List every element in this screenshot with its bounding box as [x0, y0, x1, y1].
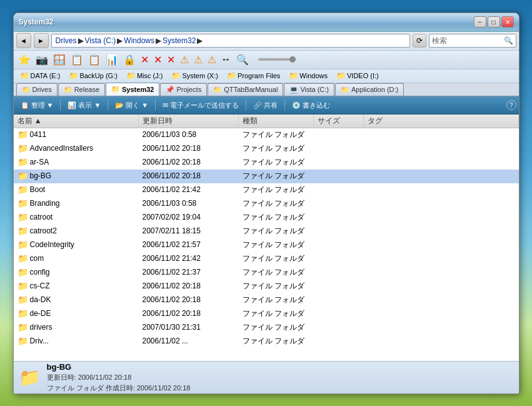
tab-vista-c[interactable]: 💻 Vista (C:): [284, 83, 334, 96]
favorites-button[interactable]: ⭐: [16, 52, 33, 67]
col-header-tag[interactable]: タグ: [364, 114, 519, 128]
camera-button[interactable]: 📷: [34, 52, 50, 67]
cmd-share[interactable]: 🔗 共有: [249, 98, 282, 112]
search-box[interactable]: 検索 🔍: [429, 34, 516, 48]
cmd-sep-2: [108, 99, 108, 111]
col-type-label: 種類: [243, 116, 258, 126]
table-row[interactable]: 📁Boot 2006/11/02 21:42 ファイル フォルダ: [14, 183, 519, 197]
slider-area[interactable]: [252, 52, 302, 67]
close-button[interactable]: ✕: [501, 16, 514, 28]
file-list: 📁0411 2006/11/03 0:58 ファイル フォルダ 📁Advance…: [14, 128, 519, 361]
warn3-button[interactable]: ⚠: [206, 52, 218, 67]
col-header-size[interactable]: サイズ: [314, 114, 364, 128]
cmd-email[interactable]: ✉ 電子メールで送信する: [158, 98, 243, 112]
folder-icon: 📁: [18, 226, 28, 236]
status-update: 更新日時: 2006/11/02 20:18: [47, 373, 191, 382]
status-type-label: ファイル フォルダ: [47, 384, 104, 392]
maximize-button[interactable]: □: [488, 16, 500, 28]
lock-button[interactable]: 🔒: [121, 52, 138, 67]
bookmark-misc-j-icon: 📁: [126, 71, 136, 80]
cmd-organize[interactable]: 📋 整理 ▼: [16, 98, 58, 112]
table-row[interactable]: 📁Branding 2006/11/03 0:58 ファイル フォルダ: [14, 197, 519, 211]
window-button[interactable]: 🪟: [51, 52, 68, 67]
cmd-sep-3: [155, 99, 156, 111]
paste-button[interactable]: 📋: [86, 52, 103, 67]
address-path[interactable]: Drives ▶ Vista (C:) ▶ Windows ▶ System32…: [51, 34, 410, 48]
refresh-button[interactable]: ⟳: [413, 34, 426, 48]
bookmark-backup-g[interactable]: 📁 BackUp (G:): [65, 70, 121, 81]
search-placeholder: 検索: [432, 36, 447, 46]
table-row[interactable]: 📁de-DE 2006/11/02 20:18 ファイル フォルダ: [14, 307, 519, 321]
table-row[interactable]: 📁cs-CZ 2006/11/02 20:18 ファイル フォルダ: [14, 280, 519, 293]
table-row[interactable]: 📁da-DK 2006/11/02 20:18 ファイル フォルダ: [14, 293, 519, 307]
copy-button[interactable]: 📋: [69, 52, 85, 67]
col-size-label: サイズ: [318, 116, 340, 126]
table-row[interactable]: 📁0411 2006/11/03 0:58 ファイル フォルダ: [14, 128, 519, 142]
cmd-open-arrow: ▼: [141, 101, 148, 109]
cmd-organize-icon: 📋: [21, 101, 29, 109]
minimize-button[interactable]: −: [474, 16, 486, 28]
cmd-open[interactable]: 📂 開く ▼: [111, 98, 153, 112]
tab-application-d-icon: 📁: [341, 86, 349, 94]
warn1-button[interactable]: ⚠: [178, 52, 191, 67]
table-row[interactable]: 📁ar-SA 2006/11/02 20:18 ファイル フォルダ: [14, 156, 519, 170]
cmd-sep-5: [284, 99, 285, 111]
cmd-burn[interactable]: 💿 書き込む: [288, 98, 334, 112]
bookmark-program-files[interactable]: 📁 Program Files: [223, 70, 284, 81]
table-row[interactable]: 📁catroot 2007/02/02 19:04 ファイル フォルダ: [14, 211, 519, 225]
cmd-share-label: 共有: [264, 101, 278, 110]
col-header-name[interactable]: 名前 ▲: [14, 114, 139, 128]
tab-application-d[interactable]: 📁 Application (D:): [335, 83, 404, 96]
tab-projects[interactable]: 📌 Projects: [160, 83, 207, 96]
bookmark-data-e-icon: 📁: [20, 71, 29, 80]
forward-button[interactable]: ►: [34, 33, 49, 48]
back-button[interactable]: ◄: [16, 33, 31, 48]
folder-icon: 📁: [18, 171, 28, 181]
table-row[interactable]: 📁drivers 2007/01/30 21:31 ファイル フォルダ: [14, 321, 519, 335]
table-row[interactable]: 📁Driv... 2006/11/02 ... ファイル フォルダ: [14, 335, 519, 348]
delete2-button[interactable]: ✕: [152, 52, 164, 67]
tab-drives-icon: 📁: [22, 86, 31, 94]
crumb-vistac: Vista (C:): [85, 36, 116, 45]
bookmark-windows-label: Windows: [299, 72, 328, 79]
bookmark-misc-j[interactable]: 📁 Misc (J:): [123, 70, 167, 81]
table-row[interactable]: 📁com 2006/11/02 21:42 ファイル フォルダ: [14, 252, 519, 266]
bookmark-data-e[interactable]: 📁 DATA (E:): [16, 70, 64, 81]
tab-vista-c-icon: 💻: [289, 86, 298, 94]
crumb-drives: Drives: [56, 36, 77, 45]
delete1-button[interactable]: ✕: [139, 52, 151, 67]
table-row[interactable]: 📁catroot2 2007/02/11 18:15 ファイル フォルダ: [14, 225, 519, 238]
delete3-button[interactable]: ✕: [165, 52, 177, 67]
help-button[interactable]: ?: [506, 100, 516, 110]
cmd-email-icon: ✉: [163, 101, 168, 109]
col-header-date[interactable]: 更新日時: [139, 114, 239, 128]
title-buttons: − □ ✕: [474, 16, 514, 28]
tab-qttabbarmanual[interactable]: 📁 QTTabBarManual: [208, 83, 283, 96]
tab-projects-label: Projects: [176, 86, 201, 93]
search-icon: 🔍: [504, 36, 513, 45]
warn2-button[interactable]: ⚠: [192, 52, 204, 67]
table-row[interactable]: 📁CodeIntegrity 2006/11/02 21:57 ファイル フォル…: [14, 238, 519, 252]
cmd-open-icon: 📂: [115, 101, 124, 109]
search-tool-button[interactable]: 🔍: [234, 52, 251, 67]
status-update-label: 更新日時:: [47, 373, 76, 381]
cmd-view[interactable]: 📊 表示 ▼: [63, 98, 105, 112]
tab-system32[interactable]: 📁 System32: [106, 83, 159, 96]
tab-drives[interactable]: 📁 Drives: [16, 83, 58, 96]
view-button[interactable]: 📊: [104, 52, 120, 67]
bookmarks-bar: 📁 DATA (E:) 📁 BackUp (G:) 📁 Misc (J:) 📁 …: [14, 69, 519, 83]
bookmark-windows[interactable]: 📁 Windows: [285, 70, 331, 81]
bookmark-video-i[interactable]: 📁 VIDEO (I:): [333, 70, 383, 81]
folder-icon: 📁: [18, 336, 28, 346]
table-row[interactable]: 📁AdvancedInstallers 2006/11/02 20:18 ファイ…: [14, 142, 519, 156]
col-header-type[interactable]: 種類: [239, 114, 314, 128]
bookmark-system-x[interactable]: 📁 System (X:): [168, 70, 221, 81]
table-row[interactable]: 📁bg-BG 2006/11/02 20:18 ファイル フォルダ: [14, 170, 519, 183]
table-row[interactable]: 📁config 2006/11/02 21:37 ファイル フォルダ: [14, 266, 519, 280]
cmd-sep-4: [246, 99, 246, 111]
sync-button[interactable]: ↔: [219, 52, 233, 67]
cmd-sep-1: [60, 99, 61, 111]
tab-release[interactable]: 📁 Release: [58, 83, 105, 96]
cmd-email-label: 電子メールで送信する: [170, 101, 239, 110]
status-file-name: bg-BG: [47, 362, 191, 372]
